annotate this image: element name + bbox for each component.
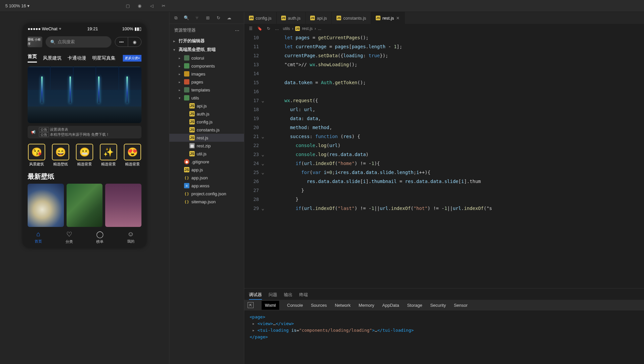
tree-item[interactable]: ▸pages	[169, 78, 244, 86]
devtool-tab[interactable]: Sources	[311, 303, 327, 308]
hero-banner[interactable]	[28, 67, 141, 123]
devtool-tab[interactable]: Storage	[407, 303, 422, 308]
capsule-menu-icon[interactable]: •••	[115, 37, 128, 47]
editor-tab[interactable]: JSrest.js✕	[371, 12, 405, 24]
nav-icon: ⌂	[36, 230, 40, 238]
search-icon[interactable]: 🔍	[183, 15, 189, 21]
tree-item[interactable]: ≡app.wxss	[169, 182, 244, 190]
category-icons: 😘风景建筑😄精选壁纸😬精选背景✨精选背景😍精选背景	[23, 141, 146, 169]
tab-home[interactable]: 首页	[28, 54, 37, 63]
editor-tab[interactable]: JSauth.js	[277, 12, 306, 24]
tree-item[interactable]: JSauth.js	[169, 110, 244, 118]
file-name: app.js	[191, 167, 203, 172]
chevron-icon: ▸	[179, 64, 182, 68]
project-section[interactable]: ▾ 高端黑金壁纸_前端	[169, 45, 244, 54]
editor-tabs: JSconfig.jsJSauth.jsJSapi.jsJSconstants.…	[244, 12, 644, 24]
bottom-nav-item[interactable]: ♡分类	[66, 230, 73, 244]
open-editors-section[interactable]: ▸ 打开的编辑器	[169, 37, 244, 45]
emoji-icon: 😄	[52, 144, 69, 160]
cut-icon[interactable]: ✂	[161, 3, 167, 9]
status-bar: ●●●●● WeChat ᯤ 19:21 100% ▮▮▯	[23, 24, 146, 34]
record-icon[interactable]: ◉	[137, 3, 143, 9]
tree-item[interactable]: { }app.json	[169, 174, 244, 182]
redo-icon[interactable]: ↻	[267, 26, 270, 31]
tree-item[interactable]: ▸images	[169, 70, 244, 78]
panel-tab[interactable]: 输出	[284, 290, 293, 300]
editor-tab[interactable]: JSconfig.js	[244, 12, 277, 24]
extensions-icon[interactable]: ⊞	[205, 15, 211, 21]
debug-panel: 调试器问题输出终端 ⇱ WxmlConsoleSourcesNetworkMem…	[244, 288, 644, 364]
close-icon[interactable]: ✕	[396, 16, 400, 21]
category-card[interactable]: 😬精选背景	[74, 144, 95, 167]
js-icon: JS	[376, 16, 380, 20]
branch-icon[interactable]: ⑂	[194, 15, 200, 21]
bottom-nav-item[interactable]: ◯榜单	[96, 230, 104, 244]
breadcrumb[interactable]: utils › JS rest.js › ...	[283, 26, 321, 31]
file-icon	[184, 87, 189, 92]
file-name: app.wxss	[191, 183, 209, 188]
cloud-icon[interactable]: ☁	[226, 15, 232, 21]
panel-tab[interactable]: 调试器	[249, 290, 262, 300]
wallpaper-thumb[interactable]	[67, 184, 103, 227]
tab-scenery[interactable]: 风景建筑	[43, 55, 62, 61]
chevron-icon: ▸	[179, 56, 182, 60]
inspector-icon[interactable]: ⇱	[248, 302, 254, 308]
devtool-tab[interactable]: Sensor	[454, 303, 468, 308]
wallpaper-thumb[interactable]	[105, 184, 141, 227]
file-icon: JS	[189, 135, 195, 140]
devtool-tab[interactable]: AppData	[382, 303, 399, 308]
panel-tab[interactable]: 终端	[299, 290, 308, 300]
tree-item[interactable]: ▸templates	[169, 86, 244, 94]
code-editor[interactable]: 1011121314151617⌄18192021⌄2223⌄24⌄25⌄262…	[244, 33, 644, 288]
panel-tab[interactable]: 问题	[269, 290, 277, 300]
category-card[interactable]: 😍精选背景	[122, 144, 143, 167]
tree-item[interactable]: JSrest.js	[169, 134, 244, 142]
tree-item[interactable]: { }sitemap.json	[169, 198, 244, 206]
wxml-tree[interactable]: <page> ▸ <view>…</view> ▸ <tui-loading i…	[244, 310, 644, 344]
devtool-tab[interactable]: Security	[430, 303, 446, 308]
mute-icon[interactable]: ◁	[149, 3, 155, 9]
category-card[interactable]: 😄精选壁纸	[50, 144, 71, 167]
file-icon	[184, 55, 189, 61]
editor-tab[interactable]: JSapi.js	[306, 12, 332, 24]
tab-cartoon[interactable]: 卡通动漫	[68, 55, 86, 61]
tree-item[interactable]: ▤rest.zip	[169, 142, 244, 150]
tree-item[interactable]: ▾utils	[169, 94, 244, 102]
category-label: 精选背景	[125, 162, 140, 167]
devtool-tab[interactable]: Console	[287, 303, 303, 308]
tree-item[interactable]: ◆.gitignore	[169, 158, 244, 166]
tree-item[interactable]: JSconstants.js	[169, 126, 244, 134]
copy-icon[interactable]: ⧉	[173, 15, 179, 21]
phone-frame: ●●●●● WeChat ᯤ 19:21 100% ▮▮▯ 壁纸 小程序 🔍 点…	[23, 24, 146, 248]
category-card[interactable]: 😘风景建筑	[26, 144, 47, 167]
category-card[interactable]: ✨精选背景	[98, 144, 119, 167]
capsule-close-icon[interactable]: ◉	[128, 37, 141, 47]
bottom-nav-item[interactable]: ☺我的	[127, 230, 134, 244]
js-icon: JS	[249, 16, 254, 20]
devtool-tab[interactable]: Memory	[359, 303, 374, 308]
tree-item[interactable]: JSapp.js	[169, 166, 244, 174]
tab-star[interactable]: 明星写真集	[92, 55, 115, 61]
more-categories[interactable]: 更多分类»	[123, 55, 141, 62]
bookmark-icon[interactable]: 🔖	[257, 26, 262, 31]
file-icon	[184, 95, 189, 100]
file-icon: JS	[189, 127, 195, 132]
refresh-icon[interactable]: ↻	[215, 15, 221, 21]
editor-tab[interactable]: JSconstants.js	[332, 12, 371, 24]
more-icon[interactable]: ⋯	[235, 28, 239, 33]
tree-item[interactable]: JSapi.js	[169, 102, 244, 110]
device-icon[interactable]: ▢	[125, 3, 131, 9]
tree-item[interactable]: ▸colorui	[169, 54, 244, 62]
tree-item[interactable]: ▸components	[169, 62, 244, 70]
devtool-tab[interactable]: Network	[335, 303, 351, 308]
wallpaper-thumb[interactable]	[28, 184, 64, 227]
split-icon[interactable]: ☰	[249, 26, 253, 31]
bottom-nav-item[interactable]: ⌂首页	[35, 230, 42, 244]
devtool-tab[interactable]: Wxml	[262, 301, 279, 310]
tree-item[interactable]: { }project.config.json	[169, 190, 244, 198]
zoom-indicator[interactable]: 5 100% 16 ▾	[3, 3, 32, 9]
explorer-panel: ⧉ 🔍 ⑂ ⊞ ↻ ☁ 资源管理器 ⋯ ▸ 打开的编辑器 ▾ 高端黑金壁纸_前端	[169, 12, 244, 364]
search-input[interactable]: 🔍 点我搜索	[46, 36, 111, 48]
tree-item[interactable]: JSconfig.js	[169, 118, 244, 126]
tree-item[interactable]: JSutil.js	[169, 150, 244, 158]
